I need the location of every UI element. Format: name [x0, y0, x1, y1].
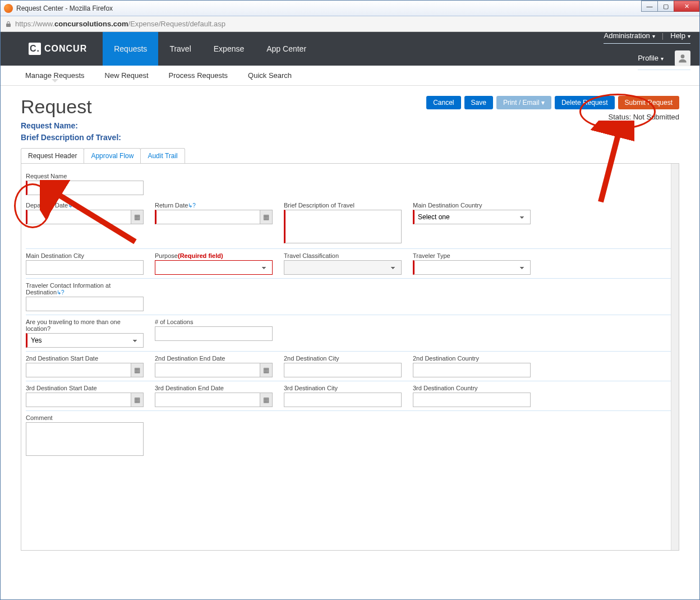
brief-desc-field-label: Brief Description of Travel: [284, 202, 402, 209]
calendar-icon[interactable]: ▦: [260, 393, 272, 407]
travel-class-label: Travel Classification: [284, 252, 402, 259]
brand-logo[interactable]: C. CONCUR: [1, 32, 103, 66]
logo-mark: C.: [29, 43, 41, 55]
calendar-icon[interactable]: ▦: [260, 210, 272, 224]
subnav-manage-requests[interactable]: Manage Requests: [23, 66, 87, 85]
print-email-button[interactable]: Print / Email ▾: [496, 96, 551, 109]
lock-icon: [5, 21, 12, 27]
tab-request-header[interactable]: Request Header: [21, 148, 84, 163]
request-name-label: Request Name:: [21, 120, 121, 132]
main-city-label: Main Destination City: [26, 252, 144, 259]
request-meta: Request Name: Brief Description of Trave…: [21, 120, 121, 144]
multi-loc-label: Are you traveling to more than one locat…: [26, 319, 144, 332]
sub-nav: Manage Requests New Request Process Requ…: [1, 66, 699, 86]
departure-date-input[interactable]: [26, 210, 144, 224]
subnav-new-request[interactable]: New Request: [103, 66, 151, 85]
calendar-icon[interactable]: ▦: [260, 363, 272, 377]
traveler-type-label: Traveler Type: [413, 252, 531, 259]
tab-audit-trail[interactable]: Audit Trail: [140, 148, 185, 163]
tab-approval-flow[interactable]: Approval Flow: [84, 148, 141, 163]
d2-end-input[interactable]: [155, 363, 273, 377]
calendar-icon[interactable]: ▦: [131, 363, 143, 377]
comment-label: Comment: [26, 414, 144, 421]
main-city-input[interactable]: [26, 260, 144, 275]
top-utilities: Administration | Help Profile: [604, 32, 690, 66]
multi-loc-select[interactable]: Yes: [26, 333, 144, 348]
calendar-icon[interactable]: ▦: [131, 393, 143, 407]
address-bar[interactable]: https://www.concursolutions.com/Expense/…: [1, 16, 699, 32]
save-button[interactable]: Save: [464, 96, 493, 109]
form-area: Request Name Departure Date↳? ▦ Return D…: [21, 164, 679, 551]
window-title: Request Center - Mozilla Firefox: [16, 4, 113, 12]
top-nav: C. CONCUR Requests Travel Expense App Ce…: [1, 32, 699, 66]
main-country-label: Main Destination Country: [413, 202, 531, 209]
url: https://www.concursolutions.com/Expense/…: [15, 20, 225, 28]
help-icon[interactable]: ↳?: [57, 289, 65, 296]
d3-end-label: 3rd Destination End Date: [155, 385, 273, 391]
scrollbar[interactable]: [671, 164, 679, 550]
d2-country-input[interactable]: [413, 363, 531, 377]
d3-end-input[interactable]: [155, 393, 273, 407]
avatar-icon[interactable]: [675, 50, 690, 66]
nav-expense[interactable]: Expense: [202, 32, 255, 66]
help-icon[interactable]: ↳?: [68, 202, 76, 209]
purpose-select[interactable]: [155, 260, 273, 275]
d3-start-label: 3rd Destination Start Date: [26, 385, 144, 391]
page-title: Request: [21, 96, 121, 118]
purpose-label: Purpose(Required field): [155, 252, 273, 259]
browser-window: Request Center - Mozilla Firefox — ▢ ✕ h…: [0, 0, 700, 600]
help-icon[interactable]: ↳?: [188, 202, 196, 209]
comment-textarea[interactable]: [26, 422, 144, 456]
return-date-input[interactable]: [155, 210, 273, 224]
help-menu[interactable]: Help: [670, 31, 690, 40]
action-buttons: Cancel Save Print / Email ▾ Delete Reque…: [426, 96, 679, 109]
d2-city-label: 2nd Destination City: [284, 355, 402, 362]
profile-menu[interactable]: Profile: [638, 54, 664, 62]
departure-date-label: Departure Date↳?: [26, 202, 144, 209]
close-button[interactable]: ✕: [674, 1, 699, 12]
request-name-field-label: Request Name: [26, 173, 144, 179]
contact-info-input[interactable]: [26, 297, 144, 311]
cancel-button[interactable]: Cancel: [426, 96, 460, 109]
d2-city-input[interactable]: [284, 363, 402, 377]
d2-start-input[interactable]: [26, 363, 144, 377]
traveler-type-select[interactable]: [413, 260, 531, 275]
d3-country-input[interactable]: [413, 393, 531, 407]
brief-desc-textarea[interactable]: [284, 210, 402, 243]
num-loc-input[interactable]: [155, 326, 273, 341]
administration-menu[interactable]: Administration: [604, 31, 655, 40]
d3-country-label: 3rd Destination Country: [413, 385, 531, 391]
window-controls: — ▢ ✕: [642, 1, 699, 12]
form-tabs: Request Header Approval Flow Audit Trail: [21, 148, 679, 164]
maximize-button[interactable]: ▢: [657, 1, 674, 12]
request-name-input[interactable]: [26, 181, 144, 195]
delete-request-button[interactable]: Delete Request: [555, 96, 615, 109]
firefox-icon: [4, 4, 13, 13]
contact-info-label: Traveler Contact Information at Destinat…: [26, 282, 144, 296]
submit-request-button[interactable]: Submit Request: [618, 96, 679, 109]
main-country-select[interactable]: Select one: [413, 210, 531, 224]
nav-app-center[interactable]: App Center: [255, 32, 317, 66]
calendar-icon[interactable]: ▦: [131, 210, 143, 224]
num-loc-label: # of Locations: [155, 319, 273, 325]
status-text: Status: Not Submitted: [426, 113, 679, 121]
subnav-quick-search[interactable]: Quick Search: [246, 66, 294, 85]
d3-city-label: 3rd Destination City: [284, 385, 402, 391]
nav-travel[interactable]: Travel: [158, 32, 202, 66]
brief-desc-label: Brief Description of Travel:: [21, 132, 121, 144]
subnav-process-requests[interactable]: Process Requests: [167, 66, 231, 85]
travel-class-select[interactable]: [284, 260, 402, 275]
nav-requests[interactable]: Requests: [103, 32, 158, 66]
titlebar: Request Center - Mozilla Firefox — ▢ ✕: [1, 1, 699, 16]
d2-end-label: 2nd Destination End Date: [155, 355, 273, 362]
return-date-label: Return Date↳?: [155, 202, 273, 209]
d2-start-label: 2nd Destination Start Date: [26, 355, 144, 362]
minimize-button[interactable]: —: [641, 1, 658, 12]
d2-country-label: 2nd Destination Country: [413, 355, 531, 362]
svg-point-0: [681, 54, 685, 58]
d3-city-input[interactable]: [284, 393, 402, 407]
main-content: Request Request Name: Brief Description …: [1, 86, 699, 599]
d3-start-input[interactable]: [26, 393, 144, 407]
